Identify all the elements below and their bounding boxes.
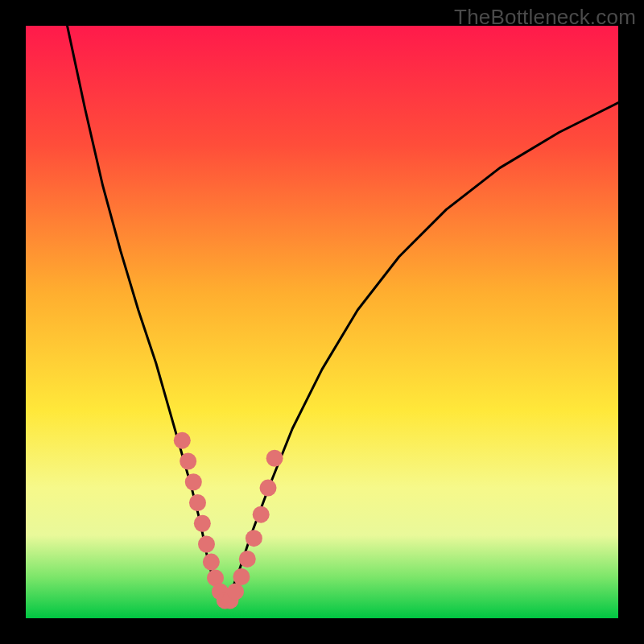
watermark-text: TheBottleneck.com <box>454 5 636 30</box>
scatter-dot <box>189 494 206 511</box>
scatter-dot <box>233 568 250 585</box>
scatter-dot <box>246 530 262 547</box>
scatter-dot <box>185 473 202 490</box>
scatter-dot <box>198 536 215 553</box>
scatter-dot <box>239 551 256 568</box>
chart-svg <box>26 26 618 618</box>
scatter-dot <box>194 515 211 532</box>
plot-area <box>26 26 618 618</box>
gradient-background <box>26 26 618 618</box>
outer-frame: TheBottleneck.com <box>0 0 644 644</box>
scatter-dot <box>174 432 191 449</box>
scatter-dot <box>203 554 220 571</box>
scatter-dot <box>260 480 277 497</box>
scatter-dot <box>227 583 244 600</box>
scatter-dot <box>180 452 196 469</box>
scatter-dot <box>266 450 283 467</box>
scatter-dot <box>253 506 270 523</box>
